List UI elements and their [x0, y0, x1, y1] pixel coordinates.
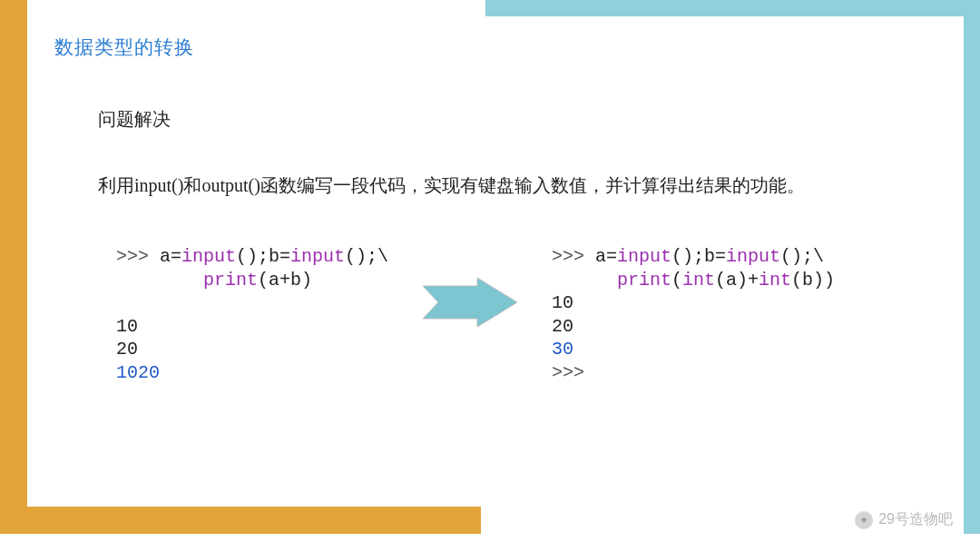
description-text: 利用input()和output()函数编写一段代码，实现有键盘输入数值，并计算… [98, 166, 907, 204]
code-comparison: >>> a=input();b=input();\ print(a+b) 10 … [116, 245, 926, 385]
output-value: 30 [552, 339, 573, 360]
code-text: ();b= [671, 246, 726, 267]
code-text: ();b= [236, 246, 290, 267]
keyword-print: print [203, 270, 258, 291]
desc-fn1: input() [134, 175, 183, 195]
prompt: >>> [552, 362, 584, 383]
section-subtitle: 问题解决 [98, 107, 171, 132]
code-text: (a)+ [715, 270, 759, 291]
keyword-print: print [617, 270, 671, 291]
indent [552, 270, 617, 291]
code-block-before: >>> a=input();b=input();\ print(a+b) 10 … [116, 245, 407, 385]
code-text: (a+b) [258, 270, 312, 291]
indent [116, 270, 203, 291]
input-value: 10 [116, 316, 138, 337]
wechat-icon: ✦ [855, 511, 873, 529]
keyword-int: int [759, 270, 791, 291]
frame-left [0, 0, 27, 534]
code-block-after: >>> a=input();b=input();\ print(int(a)+i… [552, 245, 897, 385]
code-text: ( [671, 270, 682, 291]
input-value: 20 [116, 339, 138, 360]
input-value: 10 [552, 292, 573, 313]
input-value: 20 [552, 316, 573, 337]
slide-title: 数据类型的转换 [54, 34, 194, 60]
code-text: ();\ [345, 246, 388, 267]
desc-mid1: 和 [183, 175, 201, 195]
frame-right [964, 0, 980, 534]
code-text: a= [160, 246, 181, 267]
code-text: a= [595, 246, 617, 267]
prompt: >>> [116, 246, 160, 267]
code-text: ();\ [780, 246, 824, 267]
watermark-text: 29号造物吧 [878, 510, 953, 529]
desc-post: 函数编写一段代码，实现有键盘输入数值，并计算得出结果的功能。 [260, 175, 805, 195]
keyword-input: input [290, 246, 345, 267]
svg-marker-0 [423, 278, 517, 327]
desc-fn2: output() [201, 175, 260, 195]
output-value: 1020 [116, 362, 160, 383]
frame-bottom [0, 507, 481, 534]
keyword-input: input [181, 246, 236, 267]
code-text: (b)) [791, 270, 835, 291]
desc-pre: 利用 [98, 175, 134, 195]
keyword-input: input [617, 246, 671, 267]
prompt: >>> [552, 246, 595, 267]
keyword-int: int [682, 270, 715, 291]
arrow-icon [407, 277, 534, 328]
keyword-input: input [726, 246, 780, 267]
watermark: ✦ 29号造物吧 [855, 510, 953, 529]
frame-top-right [485, 0, 980, 16]
